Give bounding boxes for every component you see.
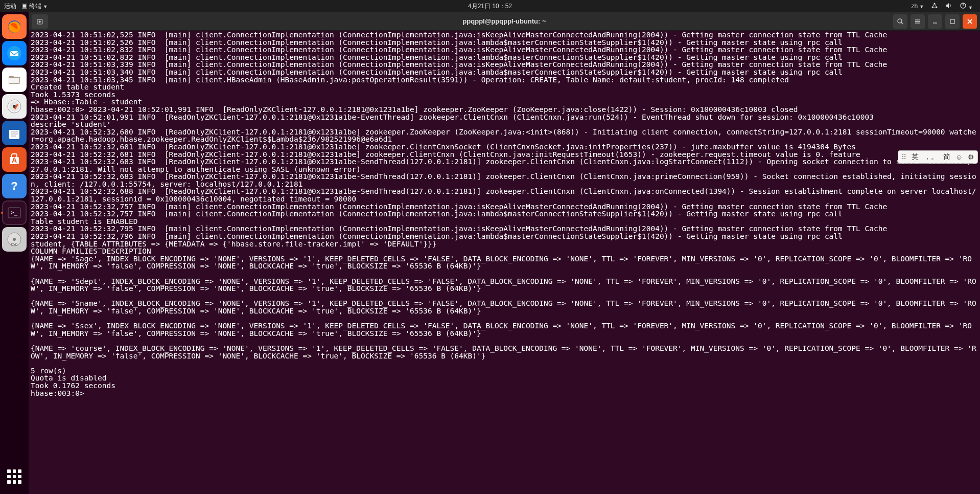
gnome-topbar: 活动 ▣ 终端▼ 4月21日 10：52 zh▼ ▼ xyxy=(0,0,980,12)
ime-emoji[interactable]: ☺ xyxy=(955,153,963,161)
ime-panel[interactable]: ⠿ 英 ，。 简 ☺ ⚙ xyxy=(898,150,978,164)
svg-line-33 xyxy=(901,23,903,24)
svg-rect-7 xyxy=(10,51,18,56)
svg-point-32 xyxy=(898,19,902,23)
svg-rect-16 xyxy=(9,127,19,130)
dock-writer[interactable] xyxy=(2,121,27,145)
maximize-button[interactable] xyxy=(945,14,960,29)
power-icon[interactable]: ▼ xyxy=(960,2,973,11)
new-tab-button[interactable] xyxy=(32,14,48,29)
svg-text:>_: >_ xyxy=(11,209,18,216)
dock-help[interactable]: ? xyxy=(2,174,27,198)
show-apps-button[interactable] xyxy=(2,464,27,489)
appmenu-terminal[interactable]: ▣ 终端▼ xyxy=(21,2,48,11)
dock-terminal[interactable]: >_ xyxy=(2,200,27,225)
dock-files[interactable] xyxy=(2,68,27,92)
search-button[interactable] xyxy=(893,14,907,29)
language-label: zh xyxy=(911,3,918,10)
network-icon[interactable] xyxy=(931,2,938,11)
svg-text:?: ? xyxy=(11,179,17,192)
titlebar: ppqppl@ppqppl-ubuntu: ~ xyxy=(29,12,980,31)
ime-settings-icon[interactable]: ⚙ xyxy=(968,153,974,161)
ime-fullwidth[interactable]: 简 xyxy=(943,152,950,162)
chevron-down-icon: ▼ xyxy=(43,4,48,9)
svg-rect-10 xyxy=(9,78,19,83)
chevron-down-icon: ▼ xyxy=(919,4,924,9)
activities-button[interactable]: 活动 xyxy=(4,2,16,11)
svg-text:A: A xyxy=(12,156,17,164)
svg-point-27 xyxy=(13,238,16,241)
close-button[interactable] xyxy=(963,14,977,29)
window-title: ppqppl@ppqppl-ubuntu: ~ xyxy=(462,17,546,25)
volume-icon[interactable] xyxy=(945,2,952,11)
datetime-button[interactable]: 4月21日 10：52 xyxy=(468,2,512,11)
terminal-output[interactable]: 2023-04-21 10:51:02,525 INFO [main] clie… xyxy=(29,31,980,494)
terminal-window: ppqppl@ppqppl-ubuntu: ~ 2023-04-21 10:51… xyxy=(29,12,980,494)
menu-button[interactable] xyxy=(911,14,925,29)
ime-punctuation[interactable]: ，。 xyxy=(924,152,938,162)
minimize-button[interactable] xyxy=(928,14,942,29)
dock: A ? >_ DVD xyxy=(0,12,29,494)
appmenu-label: 终端 xyxy=(29,3,41,10)
language-indicator[interactable]: zh▼ xyxy=(911,3,924,10)
dock-disk[interactable]: DVD xyxy=(2,227,27,252)
dock-software[interactable]: A xyxy=(2,147,27,172)
chevron-down-icon: ▼ xyxy=(968,5,973,10)
dock-firefox[interactable] xyxy=(2,14,27,39)
svg-text:DVD: DVD xyxy=(11,243,18,246)
ime-mode[interactable]: 英 xyxy=(912,152,919,162)
dock-thunderbird[interactable] xyxy=(2,41,27,65)
ime-drag-handle[interactable]: ⠿ xyxy=(901,153,906,161)
dock-rhythmbox[interactable] xyxy=(2,94,27,119)
svg-rect-38 xyxy=(950,19,954,24)
